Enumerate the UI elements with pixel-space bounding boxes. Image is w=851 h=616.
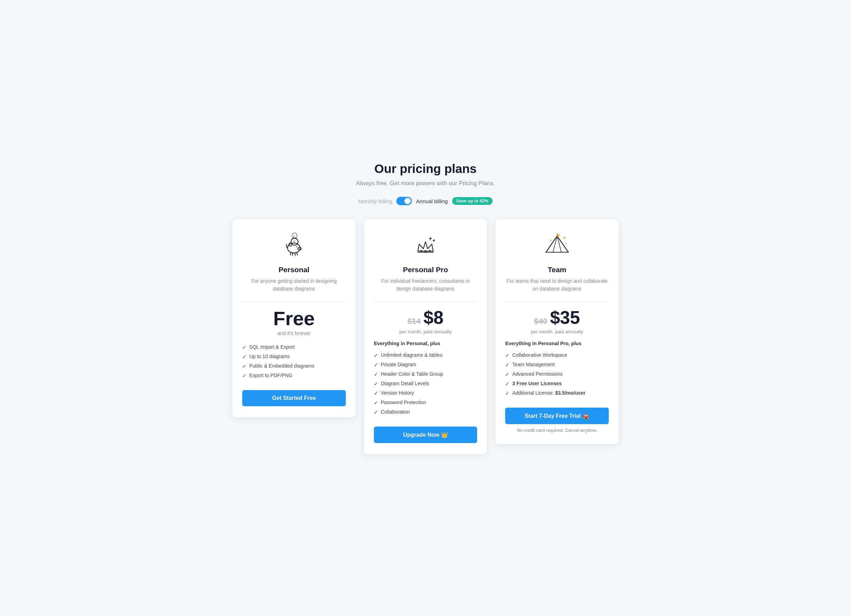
personal-cta-button[interactable]: Get Started Free (242, 390, 346, 406)
check-icon: ✓ (374, 400, 378, 406)
check-icon: ✓ (374, 409, 378, 415)
svg-point-5 (299, 248, 299, 249)
personal-pro-features-list: ✓Unlimited diagrams & tables ✓Private Di… (374, 351, 477, 417)
svg-line-9 (292, 253, 293, 255)
annual-billing-label: Annual billing (416, 198, 448, 204)
team-plan-card: ✦ ✦ ✦ Team For teams that need to design… (495, 219, 619, 444)
personal-pro-cta-button[interactable]: Upgrade Now 👑 (374, 427, 477, 443)
personal-pro-price-sub: per month, paid annually (400, 329, 452, 334)
personal-pro-plan-name: Personal Pro (403, 265, 448, 274)
personal-divider (242, 301, 346, 302)
svg-marker-28 (557, 234, 560, 237)
list-item: ✓Collaboration (374, 407, 477, 417)
list-item: ✓Additional License: $3.5/mo/user (505, 388, 609, 398)
list-item: ✓SQL Import & Export (242, 342, 346, 352)
svg-line-8 (290, 252, 291, 255)
team-price-sub: per month, paid annually (531, 329, 583, 334)
svg-text:✦: ✦ (549, 238, 552, 243)
check-icon: ✓ (374, 362, 378, 368)
page-title: Our pricing plans (232, 162, 619, 176)
team-features-list: ✓Collaborative Workspace ✓Team Managemen… (505, 351, 609, 398)
check-icon: ✓ (374, 372, 378, 377)
monthly-billing-label: Monthly billing (358, 198, 392, 204)
svg-point-6 (300, 248, 301, 249)
team-plan-icon: ✦ ✦ ✦ (543, 232, 571, 260)
team-no-cc-text: No credit card required. Cancel anytime. (517, 428, 597, 433)
list-item: ✓Export to PDF/PNG (242, 371, 346, 380)
page-subtitle: Always free. Get more powers with our Pr… (232, 180, 619, 187)
list-item: ✓Password Protection (374, 398, 477, 407)
personal-pro-features-header: Everything in Personal, plus (374, 341, 477, 346)
list-item: ✓Public & Embedded diagrams (242, 361, 346, 371)
save-badge: Save up to 42% (452, 197, 493, 205)
list-item: ✓3 Free User Licenses (505, 379, 609, 388)
svg-text:✦: ✦ (565, 242, 567, 245)
list-item: ✓Diagram Detail Levels (374, 379, 477, 388)
list-item: ✓Up to 10 diagrams (242, 352, 346, 361)
svg-point-12 (296, 246, 297, 247)
billing-toggle-switch[interactable] (396, 197, 412, 205)
list-item: ✓Header Color & Table Group (374, 369, 477, 379)
svg-text:✦: ✦ (562, 235, 567, 241)
check-icon: ✓ (505, 372, 510, 377)
check-icon: ✓ (505, 362, 510, 368)
personal-plan-icon: $ (280, 232, 308, 260)
pricing-page: Our pricing plans Always free. Get more … (232, 162, 619, 454)
list-item: ✓Collaborative Workspace (505, 351, 609, 360)
check-icon: ✓ (374, 381, 378, 387)
personal-pro-plan-card: Personal Pro For individual freelancers,… (364, 219, 487, 454)
list-item: ✓Private Diagram (374, 360, 477, 369)
personal-pro-price-original: $14 (407, 317, 421, 326)
personal-plan-card: $ (232, 219, 356, 417)
svg-line-10 (295, 253, 295, 255)
check-icon: ✓ (242, 373, 247, 379)
list-item: ✓Advanced Permissions (505, 369, 609, 379)
team-plan-name: Team (548, 265, 566, 274)
personal-pro-divider (374, 301, 477, 302)
plans-grid: $ (232, 219, 619, 454)
personal-pro-price-block: $14 $8 (407, 309, 444, 327)
team-price-original: $40 (534, 317, 547, 326)
check-icon: ✓ (374, 352, 378, 358)
personal-price-block: Free (273, 309, 314, 328)
check-icon: ✓ (505, 390, 510, 396)
list-item: ✓Team Management (505, 360, 609, 369)
team-divider (505, 301, 609, 302)
personal-plan-name: Personal (278, 265, 309, 274)
check-icon: ✓ (505, 352, 510, 358)
billing-toggle: Monthly billing Annual billing Save up t… (232, 197, 619, 205)
personal-pro-price-main: $8 (423, 309, 444, 327)
check-icon: ✓ (505, 381, 510, 387)
check-icon: ✓ (374, 390, 378, 396)
personal-pro-plan-description: For individual freelancers, consultants … (374, 277, 477, 294)
team-price-main: $35 (550, 309, 580, 327)
check-icon: ✓ (242, 345, 247, 350)
team-features-header: Everything in Personal Pro, plus (505, 341, 609, 346)
personal-price-free: Free (273, 309, 314, 328)
check-icon: ✓ (242, 354, 247, 360)
personal-plan-description: For anyone getting started in designing … (242, 277, 346, 294)
svg-text:$: $ (293, 235, 295, 238)
personal-features-list: ✓SQL Import & Export ✓Up to 10 diagrams … (242, 342, 346, 380)
svg-line-11 (297, 252, 297, 255)
check-icon: ✓ (242, 363, 247, 369)
list-item: ✓Version History (374, 388, 477, 398)
team-cta-button[interactable]: Start 7-Day Free Trial 🎪 (505, 408, 609, 424)
personal-pro-plan-icon (412, 232, 439, 260)
personal-price-sub: and it's forever (277, 330, 310, 336)
list-item: ✓Unlimited diagrams & tables (374, 351, 477, 360)
team-price-block: $40 $35 (534, 309, 580, 327)
team-plan-description: For teams that need to design and collab… (505, 277, 609, 294)
